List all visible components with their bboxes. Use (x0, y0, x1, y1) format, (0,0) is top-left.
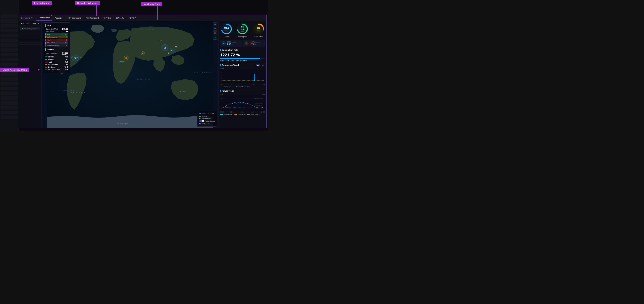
svg-text:4: 4 (221, 74, 222, 76)
tab-asset-list[interactable]: Asset List (52, 15, 66, 21)
device-standby: Standby 257 (46, 58, 68, 60)
africa-label: AFRICA (119, 61, 126, 63)
tree-item[interactable] (19, 33, 41, 35)
fault-value: 313 (65, 61, 68, 63)
sa-label: SOUTH AMERICA (71, 92, 86, 93)
filter-wind[interactable]: Wind (25, 22, 30, 25)
tab-portfolio-map[interactable]: Portfolio Map (36, 15, 52, 21)
legend-wind-speed: Wind Speed (247, 114, 259, 115)
nocomm-label: No Comm (48, 66, 56, 68)
production-chart-area: 6 4 2 0 (220, 70, 265, 83)
dot-notonboard (46, 69, 46, 70)
gauge-production-unit: GWh (257, 29, 260, 31)
app-logo: Envision2 ≡ (19, 15, 36, 21)
tree-item[interactable] (19, 41, 41, 43)
bar-notonboard[interactable]: Not Onboarded 0 (46, 44, 68, 46)
map-area[interactable]: ATLANTIC OCEAN PACIFIC OCEAN INDIAN OCEA… (42, 21, 218, 128)
map-controls: ⚙ ⊕ ⊞ ⤢ (213, 22, 217, 40)
indian-label: INDIAN OCEAN (137, 78, 150, 80)
svg-text:⚙: ⚙ (74, 56, 76, 59)
panel-stripe (1, 38, 18, 42)
bar-fault[interactable]: Fault 2 (46, 39, 68, 41)
normal-label: Normal (48, 56, 54, 58)
tab-asset-overview[interactable]: 资产概览 (101, 15, 114, 21)
tab-kpi-dashboard-1[interactable]: KPI Dashboard (66, 15, 84, 21)
legend-active-power: Active Power (220, 114, 233, 115)
solar-africa-1: ☀ (124, 56, 128, 60)
filter-all[interactable]: All (20, 22, 24, 25)
gauge-production-value: 4.92 (257, 27, 260, 29)
device-section: Device Total Devices 5285 Normal 942 Sta… (46, 48, 68, 71)
bar-maintenance[interactable]: Maintenance 2 (46, 36, 68, 38)
callout-icon-and-name: Icon and Name (32, 1, 52, 5)
search-placeholder: Search by name (24, 28, 37, 30)
asset-status-toggle[interactable] (199, 120, 204, 122)
panel-stripe (1, 96, 18, 100)
content-area: All Wind Solar ▾ 🔍 Search by name (19, 21, 266, 128)
tree-item[interactable] (19, 37, 41, 39)
map-layers-btn[interactable]: ⊞ (213, 31, 217, 35)
standby-label: Standby (48, 58, 54, 60)
panel-stripe (1, 92, 18, 95)
total-sites-row: Total Sites 90 (46, 30, 68, 33)
tab-yr[interactable]: Yr (261, 64, 265, 66)
tree-item[interactable] (19, 35, 41, 37)
tab-metrics[interactable]: 指标面询 (126, 15, 139, 21)
dot-maintenance (46, 64, 46, 65)
line-planned (233, 87, 236, 87)
panel-stripe (1, 29, 18, 32)
panel-stripe (1, 72, 18, 76)
chart-x-axis: 01 07 13 19 25 (220, 84, 265, 85)
tab-mo[interactable]: Mo (256, 64, 260, 66)
map-settings-btn[interactable]: ⚙ (213, 22, 217, 26)
normal-value: 942 (65, 56, 68, 58)
ms-label: m/s (262, 93, 265, 95)
filter-solar[interactable]: Solar (31, 22, 37, 25)
power-chart-legend: Active Power Theoretical Wind Speed (220, 114, 265, 115)
map-expand-btn[interactable]: ⤢ (213, 36, 217, 40)
actual-label: Actual: (220, 60, 226, 62)
bar-nocomm[interactable]: No Comm 75 (46, 42, 68, 44)
svg-text:1,000,000,000,000,000: 1,000,000,000,000,000 (254, 103, 263, 104)
search-box[interactable]: 🔍 Search by name (20, 27, 40, 30)
pacific-label: PACIFIC OCEAN (194, 71, 212, 73)
map-location-btn[interactable]: ⊕ (213, 27, 217, 30)
main-wrapper: Icon and Name Second-Level Menu Monitori… (0, 0, 268, 131)
panel-stripe (1, 62, 18, 66)
panel-stripe (1, 111, 18, 114)
legend-dot-nocomm (199, 123, 200, 124)
total-sites-value: 90 (66, 30, 68, 33)
svg-text:⚙: ⚙ (168, 52, 170, 55)
production-trend-tabs: Mo Yr (256, 64, 265, 66)
gauge-circle-windspeed: 943373011936 m/s (236, 23, 249, 35)
tree-item[interactable] (19, 43, 41, 44)
filter-dropdown[interactable]: ▾ (38, 22, 39, 24)
power-trend-section: Power Trend MW m/s (220, 90, 265, 115)
svg-text:0: 0 (221, 108, 222, 109)
atlantic-label: ATLANTIC OCEAN (58, 90, 78, 92)
tree-items (19, 31, 41, 128)
total-sites-label: Total Sites (46, 30, 54, 33)
maintenance-label: Maintenance (48, 64, 58, 66)
production-chart-svg: 6 4 2 0 (221, 70, 264, 82)
tree-item[interactable] (19, 39, 41, 41)
arrow-second-level (96, 4, 97, 15)
legend-dot-normal (199, 116, 200, 117)
device-notonboard: Not Onboarded 1362 (46, 69, 68, 71)
turbine-na-1: ⚙ (72, 54, 79, 61)
tree-item[interactable] (19, 31, 41, 33)
capacity-value: 141.54 (62, 28, 68, 30)
gauge-production-label: Production (254, 36, 263, 38)
svg-text:1,500,000,000,000,000: 1,500,000,000,000,000 (254, 101, 263, 102)
left-panel (0, 0, 19, 131)
bar-fault-label: Fault (47, 39, 51, 41)
production-chart-legend: Production Planned Production (220, 86, 265, 88)
line-wind-speed (247, 114, 250, 114)
capacity-label: Capacity (GW) (46, 28, 58, 30)
arrow-icon-name (52, 4, 52, 15)
power-chart-svg: 1 0.5 0 2,000,000,000,000,000 1,500,000,… (221, 96, 264, 110)
bar-run[interactable]: Run 11 (46, 33, 68, 36)
hamburger-icon[interactable]: ≡ (31, 16, 32, 19)
tab-kpi-dashboard-2[interactable]: KPI Dashboard (84, 15, 101, 21)
tab-curve-tool[interactable]: 曲线工具 (114, 15, 126, 21)
